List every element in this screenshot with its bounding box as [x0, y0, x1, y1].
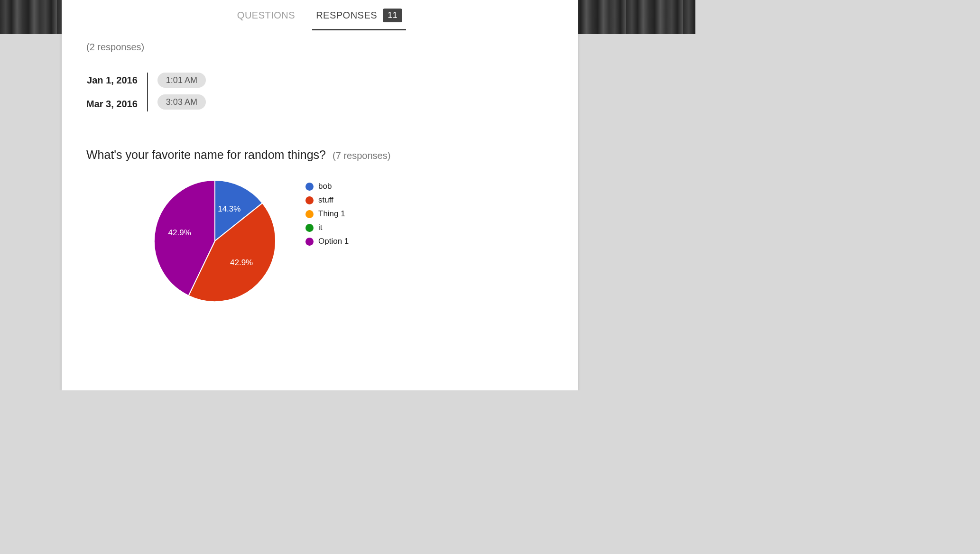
pie-slice-label: 42.9% — [230, 258, 253, 268]
legend-label: stuff — [318, 195, 333, 205]
datetime-summary-section: (2 responses) Jan 1, 2016 Mar 3, 2016 1:… — [62, 30, 578, 125]
legend-label: Thing 1 — [318, 209, 345, 219]
legend-label: it — [318, 223, 323, 232]
legend-swatch — [305, 238, 314, 246]
chart-row: 14.3%42.9%42.9% bobstuffThing 1itOption … — [86, 179, 553, 303]
tab-responses[interactable]: RESPONSES 11 — [316, 0, 402, 30]
times-column: 1:01 AM 3:03 AM — [148, 73, 206, 111]
pie-chart-section: What's your favorite name for random thi… — [62, 125, 578, 313]
date-label: Jan 1, 2016 — [87, 73, 138, 88]
time-chip[interactable]: 1:01 AM — [157, 73, 206, 88]
legend-label: Option 1 — [318, 237, 349, 246]
chart-legend: bobstuffThing 1itOption 1 — [305, 179, 349, 246]
tab-questions[interactable]: QUESTIONS — [237, 0, 295, 30]
legend-swatch — [305, 183, 314, 191]
datetime-responses-count: (2 responses) — [86, 42, 553, 53]
responses-count-badge: 11 — [383, 9, 402, 22]
time-chip[interactable]: 3:03 AM — [157, 94, 206, 110]
legend-item[interactable]: it — [305, 223, 349, 232]
tab-responses-label: RESPONSES — [316, 10, 377, 21]
pie-slice-label: 42.9% — [168, 228, 191, 238]
question-title: What's your favorite name for random thi… — [86, 148, 326, 162]
pie-svg — [153, 179, 277, 303]
legend-swatch — [305, 210, 314, 218]
legend-item[interactable]: Option 1 — [305, 237, 349, 246]
question-header: What's your favorite name for random thi… — [86, 148, 553, 162]
datetime-rows: Jan 1, 2016 Mar 3, 2016 1:01 AM 3:03 AM — [86, 73, 553, 111]
tab-questions-label: QUESTIONS — [237, 10, 295, 21]
legend-swatch — [305, 224, 314, 232]
date-label: Mar 3, 2016 — [86, 96, 138, 111]
pie-slice-label: 14.3% — [218, 204, 240, 214]
legend-item[interactable]: bob — [305, 182, 349, 191]
question-responses-count: (7 responses) — [333, 150, 390, 161]
dates-column: Jan 1, 2016 Mar 3, 2016 — [86, 73, 147, 111]
legend-item[interactable]: stuff — [305, 195, 349, 205]
tabs: QUESTIONS RESPONSES 11 — [62, 0, 578, 30]
legend-item[interactable]: Thing 1 — [305, 209, 349, 219]
legend-label: bob — [318, 182, 332, 191]
responses-card: QUESTIONS RESPONSES 11 (2 responses) Jan… — [62, 0, 578, 390]
legend-swatch — [305, 196, 314, 204]
pie-chart: 14.3%42.9%42.9% — [153, 179, 277, 303]
